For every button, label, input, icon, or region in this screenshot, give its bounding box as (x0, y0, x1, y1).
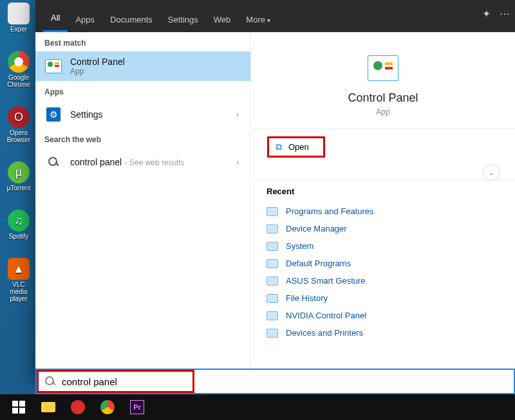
preview-title: Control Panel (348, 91, 418, 105)
tab-more[interactable]: More (238, 6, 277, 32)
recent-item-default-programs[interactable]: Default Programs (267, 255, 500, 272)
taskbar-chrome[interactable] (93, 394, 122, 420)
control-panel-icon (368, 55, 398, 81)
taskbar-opera[interactable] (63, 394, 93, 420)
section-best-match: Best match (35, 32, 250, 51)
recent-label: NVIDIA Control Panel (286, 311, 366, 320)
expand-row: ⌄ (251, 164, 515, 179)
folder-icon (41, 402, 55, 412)
panel-item-icon (267, 224, 278, 233)
tab-settings[interactable]: Settings (160, 6, 206, 32)
results-list: Best match Control Panel App Apps ⚙ Sett… (35, 32, 251, 383)
panel-item-icon (267, 311, 278, 320)
result-control-panel[interactable]: Control Panel App (35, 51, 250, 81)
desktop-icon-label: Google Chrome (4, 74, 33, 88)
recent-item-system[interactable]: System (267, 237, 500, 255)
recent-item-device-manager[interactable]: Device Manager (267, 220, 500, 237)
recent-label: Devices and Printers (286, 328, 363, 338)
panel-item-icon (267, 242, 278, 251)
recent-item-devices-printers[interactable]: Devices and Printers (267, 324, 500, 342)
file-icon (8, 3, 30, 24)
premiere-icon: Pr (130, 400, 144, 414)
divider (251, 128, 515, 129)
recent-label: Programs and Features (286, 206, 374, 216)
taskbar: Pr (0, 394, 515, 420)
search-bar (35, 369, 515, 394)
recent-item-file-history[interactable]: File History (267, 289, 500, 307)
search-box-highlight (37, 370, 194, 393)
recent-label: File History (286, 293, 328, 303)
recent-item-programs-features[interactable]: Programs and Features (267, 203, 500, 220)
search-icon (44, 153, 62, 171)
feedback-icon[interactable]: ✦ (482, 8, 491, 20)
search-tab-bar: All Apps Documents Settings Web More ✦ ⋯ (35, 0, 515, 32)
section-web: Search the web (35, 129, 250, 148)
windows-icon (12, 401, 25, 414)
overflow-icon[interactable]: ⋯ (500, 8, 510, 20)
panel-item-icon (267, 294, 278, 303)
tab-all[interactable]: All (43, 4, 68, 32)
preview-hero: Control Panel App (341, 32, 424, 128)
recent-label: Device Manager (286, 224, 347, 233)
flyout-body: Best match Control Panel App Apps ⚙ Sett… (35, 32, 515, 383)
desktop-icon-exper[interactable]: Exper (4, 3, 33, 33)
start-button[interactable] (4, 394, 33, 420)
desktop-icon-spotify[interactable]: ♫Spotify (4, 210, 33, 240)
tab-apps[interactable]: Apps (68, 6, 102, 32)
chevron-down-icon[interactable]: ⌄ (483, 164, 500, 181)
desktop-icon-label: Spotify (9, 233, 29, 240)
chevron-right-icon: › (236, 158, 241, 167)
open-button[interactable]: ⧉ Open (267, 136, 325, 158)
recent-item-asus-smart-gesture[interactable]: ASUS Smart Gesture (267, 272, 500, 289)
preview-subtitle: App (348, 107, 418, 116)
panel-item-icon (267, 329, 278, 338)
search-icon (44, 375, 57, 388)
desktop-icon-utorrent[interactable]: µµTorrent (4, 161, 33, 192)
recent-item-nvidia-control-panel[interactable]: NVIDIA Control Panel (267, 307, 500, 324)
result-settings[interactable]: ⚙ Settings › (35, 100, 250, 129)
recent-label: ASUS Smart Gesture (286, 276, 366, 286)
recent-section: Recent Programs and Features Device Mana… (251, 180, 515, 342)
search-input[interactable] (62, 376, 187, 387)
result-title: Control Panel (70, 57, 241, 67)
result-title: control panel (70, 157, 122, 167)
result-subtitle: App (70, 67, 241, 76)
control-panel-icon (44, 57, 62, 75)
desktop-icon-label: VLC media player (4, 281, 33, 302)
desktop: Exper Google Chrome OOpera Browser µµTor… (0, 0, 515, 420)
recent-label: Default Programs (286, 259, 351, 268)
recent-header: Recent (267, 187, 500, 196)
opera-icon (71, 400, 85, 414)
taskbar-file-explorer[interactable] (33, 394, 63, 420)
chevron-right-icon: › (236, 110, 241, 119)
desktop-icon-label: µTorrent (7, 185, 31, 192)
desktop-icon-label: Opera Browser (4, 129, 33, 143)
desktop-icon-chrome[interactable]: Google Chrome (4, 51, 33, 88)
panel-item-icon (267, 207, 278, 216)
recent-label: System (286, 241, 314, 251)
gear-icon: ⚙ (44, 105, 62, 123)
tab-documents[interactable]: Documents (102, 6, 160, 32)
panel-item-icon (267, 259, 278, 268)
vlc-icon: ▲ (8, 258, 30, 280)
result-web-control-panel[interactable]: control panel - See web results › (35, 148, 250, 176)
result-hint: - See web results (125, 158, 185, 167)
desktop-icon-opera[interactable]: OOpera Browser (4, 106, 33, 143)
preview-pane: Control Panel App ⧉ Open ⌄ Recent Progra… (251, 32, 515, 383)
desktop-icon-label: Exper (10, 26, 27, 33)
desktop-icon-column: Exper Google Chrome OOpera Browser µµTor… (4, 3, 33, 302)
search-flyout: All Apps Documents Settings Web More ✦ ⋯… (35, 0, 515, 383)
open-icon: ⧉ (276, 142, 282, 152)
result-title: Settings (70, 109, 229, 120)
taskbar-premiere[interactable]: Pr (122, 394, 152, 420)
utorrent-icon: µ (8, 161, 30, 183)
desktop-icon-vlc[interactable]: ▲VLC media player (4, 258, 33, 302)
chrome-icon (8, 51, 30, 73)
opera-icon: O (8, 106, 30, 128)
spotify-icon: ♫ (8, 210, 30, 232)
open-label: Open (288, 142, 309, 152)
tab-web[interactable]: Web (206, 6, 239, 32)
chrome-icon (100, 400, 115, 414)
panel-item-icon (267, 277, 278, 286)
section-apps: Apps (35, 81, 250, 100)
